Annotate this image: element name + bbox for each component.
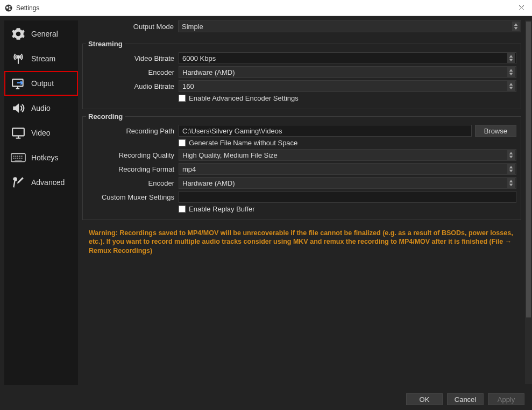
app-icon	[4, 4, 13, 12]
gen-filename-label: Generate File Name without Space	[189, 139, 297, 147]
scrollbar[interactable]	[525, 20, 532, 384]
keyboard-icon	[11, 153, 26, 162]
window-close-button[interactable]	[510, 0, 532, 16]
antenna-icon	[11, 52, 26, 66]
settings-sidebar: General Stream Output Audio Video	[4, 20, 78, 385]
sidebar-item-label: Output	[31, 79, 54, 88]
ok-button[interactable]: OK	[406, 393, 443, 405]
recording-encoder-label: Encoder	[83, 179, 179, 187]
replay-buffer-label: Enable Replay Buffer	[189, 205, 255, 213]
recording-format-label: Recording Format	[83, 165, 179, 173]
sidebar-item-stream[interactable]: Stream	[4, 46, 78, 71]
svg-rect-6	[12, 128, 24, 136]
chevron-updown-icon: ▲▼	[512, 22, 520, 31]
recording-quality-select[interactable]: High Quality, Medium File Size ▲▼	[179, 149, 516, 161]
gen-filename-checkbox[interactable]	[179, 139, 186, 146]
tools-icon	[11, 175, 26, 189]
svg-point-0	[5, 4, 12, 11]
recording-path-label: Recording Path	[83, 127, 179, 135]
recording-quality-label: Recording Quality	[83, 151, 179, 159]
apply-button[interactable]: Apply	[488, 393, 524, 405]
replay-buffer-checkbox[interactable]	[179, 206, 186, 213]
settings-panel-output: Output Mode Simple ▲▼ Streaming Video Bi…	[82, 20, 529, 385]
sidebar-item-video[interactable]: Video	[4, 121, 78, 145]
gear-icon	[11, 27, 26, 41]
monitor-icon	[11, 126, 26, 140]
recording-group: Recording Recording Path C:\Users\Silver…	[82, 112, 521, 220]
recording-path-input[interactable]: C:\Users\Silvery Gaming\Videos	[179, 125, 472, 137]
spinner-arrows-icon[interactable]: ▲▼	[507, 53, 515, 63]
enable-advanced-encoder-label: Enable Advanced Encoder Settings	[189, 94, 299, 102]
muxer-input[interactable]	[179, 191, 516, 203]
sidebar-item-label: Audio	[31, 104, 51, 112]
speaker-icon	[11, 101, 26, 115]
output-mode-label: Output Mode	[82, 23, 178, 31]
sidebar-item-label: Advanced	[31, 178, 65, 187]
svg-point-4	[17, 56, 19, 58]
sidebar-item-label: General	[31, 30, 58, 38]
recording-encoder-select[interactable]: Hardware (AMD) ▲▼	[179, 177, 516, 189]
svg-point-2	[9, 5, 10, 7]
chevron-updown-icon: ▲▼	[507, 164, 515, 174]
chevron-updown-icon: ▲▼	[507, 178, 515, 188]
recording-warning: Warning: Recordings saved to MP4/MOV wil…	[82, 223, 521, 260]
output-mode-select[interactable]: Simple ▲▼	[178, 20, 521, 32]
streaming-encoder-select[interactable]: Hardware (AMD) ▲▼	[179, 66, 516, 78]
output-icon	[11, 76, 26, 90]
svg-point-3	[9, 8, 11, 10]
window-title: Settings	[16, 4, 510, 12]
chevron-updown-icon: ▲▼	[507, 150, 515, 160]
sidebar-item-audio[interactable]: Audio	[4, 96, 78, 121]
dialog-footer: OK Cancel Apply	[0, 388, 532, 410]
sidebar-item-output[interactable]: Output	[4, 71, 78, 96]
chevron-updown-icon: ▲▼	[507, 67, 515, 77]
titlebar: Settings	[0, 0, 532, 16]
video-bitrate-label: Video Bitrate	[83, 54, 179, 62]
sidebar-item-label: Hotkeys	[31, 153, 59, 162]
svg-point-1	[6, 6, 9, 9]
streaming-group: Streaming Video Bitrate 6000 Kbps ▲▼ Enc…	[82, 40, 521, 109]
browse-button[interactable]: Browse	[475, 125, 516, 137]
recording-format-select[interactable]: mp4 ▲▼	[179, 163, 516, 175]
sidebar-item-hotkeys[interactable]: Hotkeys	[4, 145, 78, 170]
muxer-label: Custom Muxer Settings	[83, 193, 179, 201]
sidebar-item-advanced[interactable]: Advanced	[4, 170, 78, 195]
scrollbar-thumb[interactable]	[526, 22, 531, 317]
chevron-updown-icon: ▲▼	[507, 81, 515, 91]
audio-bitrate-label: Audio Bitrate	[83, 82, 179, 90]
streaming-legend: Streaming	[86, 40, 125, 48]
enable-advanced-encoder-checkbox[interactable]	[179, 95, 186, 102]
sidebar-item-label: Stream	[31, 54, 55, 63]
sidebar-item-general[interactable]: General	[4, 22, 78, 46]
audio-bitrate-select[interactable]: 160 ▲▼	[179, 80, 516, 92]
cancel-button[interactable]: Cancel	[447, 393, 484, 405]
sidebar-item-label: Video	[31, 129, 51, 137]
recording-legend: Recording	[86, 112, 125, 121]
video-bitrate-input[interactable]: 6000 Kbps ▲▼	[179, 52, 516, 64]
streaming-encoder-label: Encoder	[83, 68, 179, 76]
